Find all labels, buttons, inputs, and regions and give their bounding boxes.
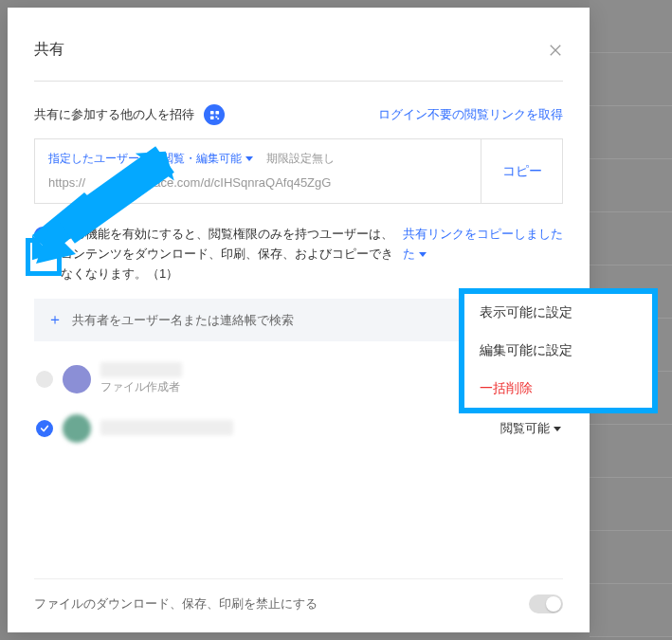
copy-button[interactable]: コピー [481, 139, 562, 203]
user-permission-dropdown[interactable]: 閲覧可能 [500, 420, 561, 437]
svg-rect-3 [215, 116, 217, 118]
svg-rect-1 [215, 110, 219, 114]
link-permission-dropdown[interactable]: 指定したユーザーのみ閲覧・編集可能 [48, 151, 253, 167]
permission-menu: 表示可能に設定 編集可能に設定 一括削除 [459, 288, 658, 413]
menu-set-edit[interactable]: 編集可能に設定 [464, 332, 652, 370]
restrict-toggle[interactable] [529, 594, 563, 613]
menu-set-view[interactable]: 表示可能に設定 [464, 294, 652, 332]
footer-label: ファイルのダウンロード、保存、印刷を禁止にする [34, 595, 318, 613]
restrict-checkbox[interactable] [34, 227, 51, 244]
svg-rect-2 [209, 116, 213, 119]
share-url: https:// kspace.com/d/cIHSqnraQAfq45ZgG [48, 174, 467, 192]
get-view-link[interactable]: ログイン不要の閲覧リンクを取得 [378, 106, 563, 123]
search-placeholder: 共有者をユーザー名または連絡帳で検索 [72, 312, 294, 329]
user-checkbox[interactable] [36, 420, 53, 437]
svg-rect-0 [209, 110, 213, 114]
close-icon[interactable] [548, 43, 563, 58]
invite-label: 共有に参加する他の人を招待 [34, 106, 194, 123]
avatar [63, 414, 91, 443]
qr-icon[interactable] [204, 104, 225, 125]
chevron-down-icon [245, 156, 253, 161]
svg-rect-4 [217, 118, 219, 119]
user-name [100, 362, 182, 377]
chevron-down-icon [554, 427, 561, 431]
link-expiry: 期限設定無し [266, 151, 335, 167]
share-link-status-dropdown[interactable]: 共有リンクをコピーしました た [403, 225, 563, 265]
menu-delete-all[interactable]: 一括削除 [464, 370, 652, 408]
avatar [63, 365, 91, 393]
user-name [100, 420, 233, 435]
modal-title: 共有 [34, 40, 64, 60]
plus-icon: ＋ [47, 310, 63, 330]
chevron-down-icon [419, 252, 427, 257]
link-box: 指定したユーザーのみ閲覧・編集可能 期限設定無し https:// kspace… [34, 138, 563, 204]
user-checkbox[interactable] [36, 371, 53, 388]
restrict-note: この機能を有効にすると、閲覧権限のみを持つユーザーは、コンテンツをダウンロード、… [61, 225, 393, 283]
